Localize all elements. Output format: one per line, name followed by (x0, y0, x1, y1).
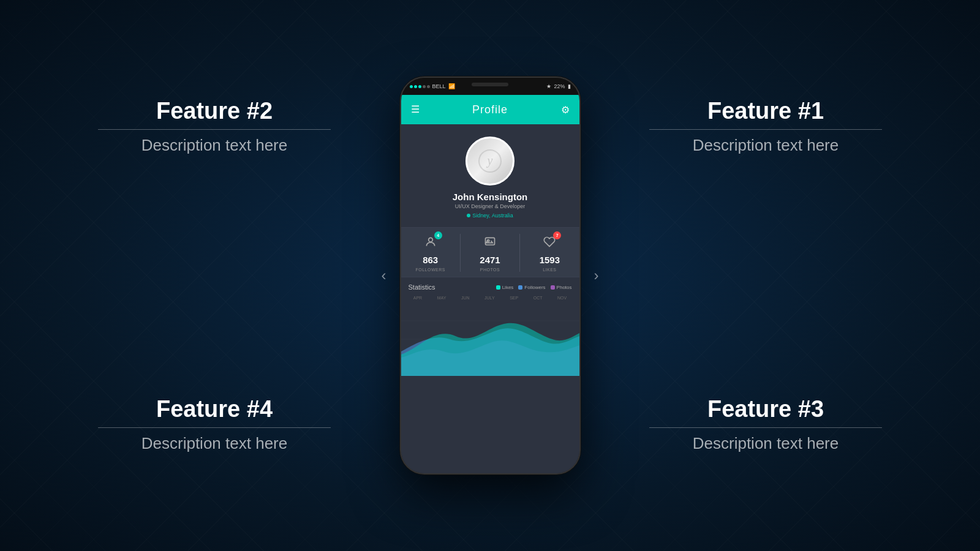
feature-1: Feature #1 Description text here (649, 98, 882, 155)
phone-wrapper: ‹ › BELL 📶 (400, 77, 581, 474)
feature-3-title: Feature #3 (649, 396, 882, 422)
feature-1-desc: Description text here (649, 136, 882, 155)
feature-4: Feature #4 Description text here (98, 396, 331, 453)
followers-count: 863 (423, 255, 438, 265)
signal-dot-1 (410, 85, 413, 88)
feature-2-title: Feature #2 (98, 98, 331, 124)
feature-2-desc: Description text here (98, 136, 331, 155)
feature-2-divider (98, 129, 331, 130)
month-nov: NOV (557, 296, 567, 300)
legend-followers-label: Followers (524, 285, 545, 290)
month-sep: SEP (510, 296, 518, 300)
signal-dot-4 (423, 85, 426, 88)
svg-point-2 (428, 238, 432, 242)
avatar-inner: y (467, 138, 513, 184)
chart-section: Statistics Likes Followers (401, 277, 579, 473)
likes-label: LIKES (543, 268, 556, 272)
photos-icon-wrapper (481, 234, 499, 252)
profile-role: UI/UX Designer & Developer (455, 203, 526, 209)
feature-2: Feature #2 Description text here (98, 98, 331, 155)
chart-title: Statistics (409, 283, 435, 291)
month-oct: OCT (533, 296, 543, 300)
followers-badge: 4 (434, 231, 442, 239)
likes-icon-wrapper: 7 (540, 234, 559, 252)
legend-dot-likes (496, 285, 500, 290)
month-may: MAY (437, 296, 447, 300)
carrier-label: BELL (432, 83, 446, 89)
status-bar: BELL 📶 ★ 22% ▮ (401, 78, 579, 95)
signal-dot-3 (418, 85, 421, 88)
legend-likes: Likes (496, 285, 514, 290)
photos-count: 2471 (480, 255, 500, 265)
legend-likes-label: Likes (502, 285, 514, 290)
legend-followers: Followers (518, 285, 545, 290)
signal-dots (410, 85, 430, 88)
followers-label: FOLLOWERS (415, 268, 445, 272)
stat-photos[interactable]: 2471 PHOTOS (461, 234, 520, 272)
svg-text:y: y (486, 154, 493, 168)
wifi-icon: 📶 (448, 83, 455, 89)
profile-name: John Kensington (453, 192, 528, 202)
profile-section: y John Kensington UI/UX Designer & Devel… (401, 124, 579, 227)
location-dot (467, 214, 470, 217)
feature-4-title: Feature #4 (98, 396, 331, 422)
followers-icon-wrapper: 4 (421, 234, 440, 252)
feature-3: Feature #3 Description text here (649, 396, 882, 453)
phone: BELL 📶 ★ 22% ▮ ☰ Profile ⚙ (400, 77, 581, 474)
status-right: ★ 22% ▮ (546, 83, 570, 89)
app-header: ☰ Profile ⚙ (401, 95, 579, 124)
likes-count: 1593 (540, 255, 560, 265)
status-left: BELL 📶 (410, 83, 455, 89)
location-text: Sidney, Australia (472, 212, 513, 219)
feature-3-desc: Description text here (649, 434, 882, 453)
legend-dot-followers (518, 285, 522, 290)
stats-section: 4 863 FOLLOWERS (401, 227, 579, 277)
feature-4-desc: Description text here (98, 434, 331, 453)
header-title: Profile (472, 103, 508, 116)
battery-icon: ▮ (568, 83, 571, 89)
chart-legend: Likes Followers Photos (496, 285, 572, 290)
chart-area (401, 302, 579, 376)
month-apr: APR (413, 296, 422, 300)
month-jul: JULY (484, 296, 495, 300)
bluetooth-icon: ★ (546, 83, 551, 89)
settings-icon[interactable]: ⚙ (561, 104, 570, 116)
likes-badge: 7 (553, 231, 561, 239)
profile-location: Sidney, Australia (467, 212, 513, 219)
avatar-placeholder-icon: y (478, 149, 502, 173)
battery-label: 22% (554, 83, 565, 89)
app-body: y John Kensington UI/UX Designer & Devel… (401, 124, 579, 473)
feature-1-divider (649, 129, 882, 130)
likes-wave (401, 323, 579, 376)
signal-dot-2 (414, 85, 417, 88)
photos-label: PHOTOS (480, 268, 500, 272)
phone-speaker (472, 83, 508, 86)
feature-3-divider (649, 427, 882, 428)
page-layout: Feature #2 Description text here Feature… (0, 0, 980, 551)
signal-dot-5 (427, 85, 430, 88)
stat-likes[interactable]: 7 1593 LIKES (520, 234, 579, 272)
month-jun: JUN (461, 296, 470, 300)
feature-1-title: Feature #1 (649, 98, 882, 124)
chart-months: APR MAY JUN JULY SEP OCT NOV (401, 296, 579, 302)
photos-icon (484, 236, 496, 251)
feature-4-divider (98, 427, 331, 428)
chart-svg (401, 302, 579, 376)
legend-photos-label: Photos (557, 285, 572, 290)
nav-arrow-right[interactable]: › (594, 267, 599, 284)
avatar: y (466, 137, 514, 186)
legend-photos: Photos (551, 285, 572, 290)
menu-icon[interactable]: ☰ (411, 105, 420, 114)
chart-header: Statistics Likes Followers (401, 283, 579, 296)
nav-arrow-left[interactable]: ‹ (382, 267, 386, 284)
legend-dot-photos (551, 285, 555, 290)
stat-followers[interactable]: 4 863 FOLLOWERS (401, 234, 461, 272)
